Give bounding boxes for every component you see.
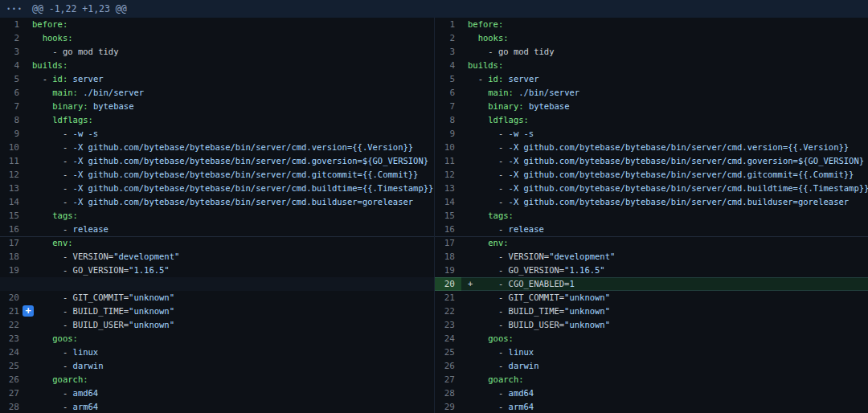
line-number-new[interactable]: 19: [434, 264, 461, 277]
line-number-old[interactable]: 1: [0, 18, 26, 31]
line-number-new[interactable]: 11: [434, 154, 461, 168]
line-number-new[interactable]: 29: [434, 400, 461, 413]
code-token-p: -: [32, 402, 73, 411]
code-token-s: "unknown": [129, 320, 174, 329]
line-number-old[interactable]: 28: [0, 400, 26, 413]
line-number-new[interactable]: 12: [434, 168, 461, 182]
line-number-new[interactable]: 2: [434, 31, 461, 45]
diff-row: 6 main: ./bin/server6 main: ./bin/server: [0, 86, 868, 100]
line-number-old[interactable]: 9: [0, 127, 26, 141]
line-number-new[interactable]: 4: [434, 59, 461, 72]
line-number-old[interactable]: 12: [0, 168, 26, 182]
code-cell-old: - -w -s: [26, 127, 434, 141]
code-cell-new: - go mod tidy: [461, 45, 868, 59]
line-number-old[interactable]: 11: [0, 154, 26, 168]
code-token-p: - BUILD_USER=: [468, 320, 564, 329]
code-token-p: -: [32, 224, 73, 234]
code-token-p: - GIT_COMMIT=: [32, 292, 129, 302]
line-number-old[interactable]: 16: [0, 223, 26, 236]
code-cell-old: - VERSION="development": [26, 250, 434, 264]
line-number-new[interactable]: 14: [434, 195, 461, 209]
line-number-old[interactable]: 7: [0, 100, 26, 113]
line-number-old[interactable]: 4: [0, 59, 26, 72]
line-number-new[interactable]: 25: [434, 346, 461, 359]
line-number-old[interactable]: 14: [0, 195, 26, 209]
line-number-new[interactable]: 15: [434, 209, 461, 223]
code-cell-new: before:: [461, 18, 868, 31]
line-number-new[interactable]: 24: [434, 332, 461, 346]
line-number-new[interactable]: 17: [434, 236, 461, 250]
code-cell-new: + - CGO_ENABLED=1: [461, 277, 868, 291]
line-number-new[interactable]: 8: [434, 113, 461, 127]
code-token-s: -X github.com/bytebase/bytebase/bin/serv…: [73, 156, 429, 166]
line-number-new[interactable]: 13: [434, 182, 461, 195]
expand-diff-icon[interactable]: •••: [0, 0, 27, 18]
line-number-old[interactable]: 18: [0, 250, 26, 264]
line-number-old[interactable]: 3: [0, 45, 26, 59]
line-number-old[interactable]: [0, 277, 26, 291]
line-number-old[interactable]: 13: [0, 182, 26, 195]
code-token-p: -: [32, 170, 73, 179]
line-number-old[interactable]: 24: [0, 346, 26, 359]
diff-row: 13 - -X github.com/bytebase/bytebase/bin…: [0, 182, 868, 195]
line-number-new[interactable]: 18: [434, 250, 461, 264]
add-comment-button[interactable]: +: [23, 305, 34, 317]
line-number-old[interactable]: 22: [0, 318, 26, 332]
line-number-old[interactable]: 23: [0, 332, 26, 346]
code-token-p: -: [468, 156, 509, 166]
code-cell-old: env:: [26, 236, 434, 250]
line-number-new[interactable]: 23: [434, 318, 461, 332]
diff-row: 11 - -X github.com/bytebase/bytebase/bin…: [0, 154, 868, 168]
code-cell-new: hooks:: [461, 31, 868, 45]
line-number-new[interactable]: 9: [434, 127, 461, 141]
line-number-old[interactable]: 25: [0, 359, 26, 373]
code-cell-old: - -X github.com/bytebase/bytebase/bin/se…: [26, 141, 434, 154]
code-token-s: "development": [549, 251, 615, 261]
code-token-k: hooks:: [468, 33, 509, 43]
code-token-p: -: [32, 183, 73, 193]
line-number-new[interactable]: 28: [434, 386, 461, 400]
code-token-s: linux: [509, 347, 534, 357]
code-cell-old: binary: bytebase: [26, 100, 434, 113]
code-cell-new: - id: server: [461, 72, 868, 86]
line-number-old[interactable]: 26: [0, 373, 26, 386]
line-number-new[interactable]: 16: [434, 223, 461, 236]
diff-row: 3 - go mod tidy3 - go mod tidy: [0, 45, 868, 59]
line-number-old[interactable]: 27: [0, 386, 26, 400]
diff-row: 2 hooks:2 hooks:: [0, 31, 868, 45]
line-number-new[interactable]: 5: [434, 72, 461, 86]
code-cell-old: - BUILD_TIME="unknown": [26, 305, 434, 318]
line-number-old[interactable]: 19: [0, 264, 26, 277]
line-number-new[interactable]: 21: [434, 291, 461, 305]
line-number-new[interactable]: 10: [434, 141, 461, 154]
line-number-old[interactable]: 5: [0, 72, 26, 86]
line-number-old[interactable]: 6: [0, 86, 26, 100]
code-token-s: server: [73, 74, 104, 84]
line-number-old[interactable]: 2: [0, 31, 26, 45]
line-number-new[interactable]: 1: [434, 18, 461, 31]
line-number-new[interactable]: 3: [434, 45, 461, 59]
code-token-p: -: [468, 74, 488, 84]
line-number-new[interactable]: 6: [434, 86, 461, 100]
code-token-s: 1: [569, 279, 574, 288]
line-number-old[interactable]: 17: [0, 236, 26, 250]
code-token-s: -w -s: [509, 129, 534, 138]
code-token-p: -: [32, 361, 73, 370]
line-number-old[interactable]: 20: [0, 291, 26, 305]
line-number-new[interactable]: 27: [434, 373, 461, 386]
code-cell-new: - -w -s: [461, 127, 868, 141]
line-number-new[interactable]: 22: [434, 305, 461, 318]
code-token-p: -: [32, 156, 73, 166]
line-number-new[interactable]: 7: [434, 100, 461, 113]
line-number-old[interactable]: 15: [0, 209, 26, 223]
line-number-new[interactable]: 20: [434, 277, 461, 291]
code-token-k: binary:: [488, 101, 523, 111]
diff-row: 17 env:17 env:: [0, 236, 868, 250]
code-token-s: arm64: [73, 402, 99, 411]
line-number-old[interactable]: 10: [0, 141, 26, 154]
diff-row: 21 - BUILD_TIME="unknown"22 - BUILD_TIME…: [0, 305, 868, 318]
line-number-new[interactable]: 26: [434, 359, 461, 373]
line-number-old[interactable]: 8: [0, 113, 26, 127]
code-token-s: ./bin/server: [518, 88, 579, 97]
code-token-p: [468, 88, 488, 97]
